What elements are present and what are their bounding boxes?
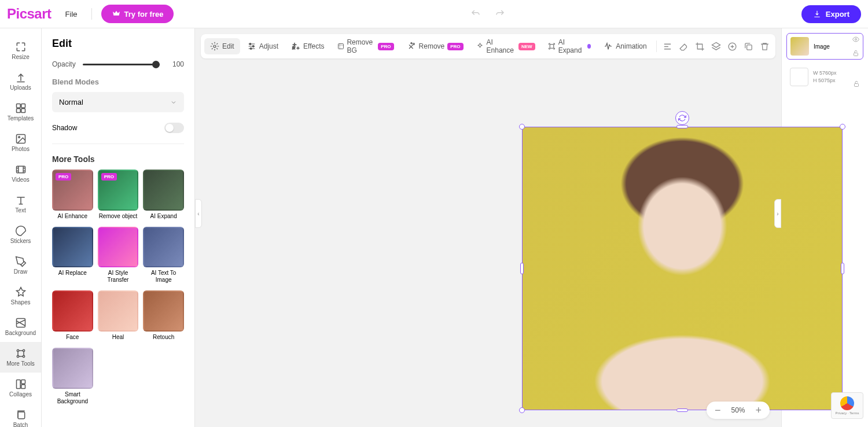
tool-retouch[interactable]: Retouch [143, 290, 184, 341]
handle-right[interactable] [841, 263, 844, 274]
toolbar-ai-expand[interactable]: AI Expand [542, 35, 597, 58]
tool-ai replace[interactable]: AI Replace [52, 227, 93, 284]
toolbar-align-button[interactable] [660, 37, 675, 56]
tool-ai enhance[interactable]: AI Enhance [52, 170, 93, 220]
toolbar-label: Remove [419, 42, 445, 50]
rail-more-tools[interactable]: More Tools [0, 342, 41, 373]
toolbar-adjust[interactable]: Adjust [241, 38, 284, 54]
more-tools-label: More Tools [52, 154, 184, 164]
rail-resize[interactable]: Resize [0, 35, 41, 66]
header-left: Picsart File Try for free [7, 5, 174, 23]
canvas-width: W 5760px [813, 69, 837, 77]
tool-label: Heal [112, 334, 124, 341]
rail-text[interactable]: Text [0, 189, 41, 219]
toolbar-copy-button[interactable] [741, 37, 756, 56]
toolbar-animation[interactable]: Animation [598, 38, 652, 54]
rail-uploads[interactable]: Uploads [0, 66, 41, 97]
rail-background[interactable]: Background [0, 311, 41, 342]
rail-photos[interactable]: Photos [0, 127, 41, 158]
tool-ai text to image[interactable]: AI Text To Image [143, 227, 184, 284]
ai-enhance-icon [476, 42, 484, 51]
toolbar-remove[interactable]: RemovePRO [401, 38, 469, 54]
toolbar-edit[interactable]: Edit [204, 38, 240, 54]
svg-rect-28 [855, 84, 859, 87]
rotate-handle[interactable] [675, 111, 689, 125]
tool-ai style transfer[interactable]: AI Style Transfer [98, 227, 139, 284]
rail-label: Uploads [10, 84, 31, 91]
layer-canvas[interactable]: W 5760px H 5075px [786, 64, 863, 90]
shadow-row: Shadow [52, 123, 184, 144]
rail-videos[interactable]: Videos [0, 158, 41, 189]
rail-batch[interactable]: Batch [0, 403, 41, 427]
collapse-right-button[interactable]: › [774, 199, 781, 228]
logo[interactable]: Picsart [7, 6, 52, 22]
selected-image[interactable] [522, 127, 843, 410]
tool-label: Smart Background [52, 391, 93, 405]
animation-icon [604, 42, 613, 51]
tool-heal[interactable]: Heal [98, 290, 139, 341]
file-menu[interactable]: File [61, 8, 82, 21]
undo-icon[interactable] [470, 9, 481, 19]
rail-shapes[interactable]: Shapes [0, 281, 41, 311]
eraser-icon [679, 42, 689, 51]
tool-remove object[interactable]: Remove object [98, 170, 139, 220]
toolbar-layers-button[interactable] [708, 37, 723, 56]
svg-point-9 [23, 349, 24, 351]
handle-top[interactable] [676, 125, 688, 128]
rail-label: Draw [14, 268, 27, 275]
collapse-left-button[interactable]: ‹ [195, 199, 202, 228]
rail-templates[interactable]: Templates [0, 97, 41, 127]
canvas-area[interactable]: EditAdjustfxEffectsRemove BGPRORemovePRO… [195, 28, 781, 427]
tool-ai expand[interactable]: AI Expand [143, 170, 184, 220]
tool-label: Face [66, 334, 79, 341]
try-free-button[interactable]: Try for free [101, 5, 174, 23]
align-icon [663, 42, 672, 51]
tool-smart background[interactable]: Smart Background [52, 348, 93, 405]
header: Picsart File Try for free Export [0, 0, 868, 28]
zoom-in-button[interactable]: + [755, 405, 762, 415]
handle-tl[interactable] [519, 124, 525, 130]
toolbar-flip-button[interactable] [724, 37, 740, 56]
text-icon [15, 194, 27, 206]
layer-image[interactable]: Image [786, 33, 863, 60]
rail-collages[interactable]: Collages [0, 373, 41, 403]
toolbar-eraser-button[interactable] [676, 37, 691, 56]
export-button[interactable]: Export [801, 5, 861, 23]
rail-draw[interactable]: Draw [0, 250, 41, 281]
flip-icon [727, 42, 737, 51]
eye-icon[interactable] [852, 36, 859, 43]
zoom-value: 50% [731, 406, 745, 414]
toolbar-remove-bg[interactable]: Remove BGPRO [332, 35, 400, 58]
lock-icon[interactable] [853, 80, 860, 87]
handle-tr[interactable] [840, 124, 845, 130]
handle-bl[interactable] [519, 407, 525, 413]
toolbar-effects[interactable]: fxEffects [285, 38, 330, 54]
shadow-toggle[interactable] [164, 123, 184, 133]
opacity-slider[interactable] [83, 64, 160, 65]
tools-grid: AI EnhanceRemove objectAI ExpandAI Repla… [52, 170, 184, 405]
tool-label: Remove object [99, 213, 138, 220]
opacity-value: 100 [167, 60, 184, 68]
tool-label: AI Style Transfer [98, 270, 139, 284]
slider-thumb[interactable] [152, 61, 160, 68]
toolbar-crop-button[interactable] [692, 37, 707, 56]
copy-icon [744, 42, 753, 51]
toolbar-ai-enhance[interactable]: AI EnhanceNEW [470, 35, 541, 58]
edit-icon [210, 42, 219, 51]
toolbar-delete-button[interactable] [757, 37, 772, 56]
svg-rect-23 [550, 45, 554, 49]
blend-value: Normal [59, 98, 83, 106]
redo-icon[interactable] [495, 9, 505, 19]
handle-bottom[interactable] [676, 408, 688, 412]
tool-face[interactable]: Face [52, 290, 93, 341]
background-icon [15, 317, 27, 329]
handle-left[interactable] [520, 263, 524, 274]
rail-label: Stickers [10, 238, 31, 244]
zoom-out-button[interactable]: − [715, 405, 721, 415]
blend-mode-select[interactable]: Normal [52, 92, 184, 112]
videos-icon [15, 164, 27, 175]
lock-icon[interactable] [852, 50, 859, 57]
tool-thumb [143, 170, 184, 211]
rail-stickers[interactable]: Stickers [0, 219, 41, 250]
templates-icon [15, 102, 27, 114]
